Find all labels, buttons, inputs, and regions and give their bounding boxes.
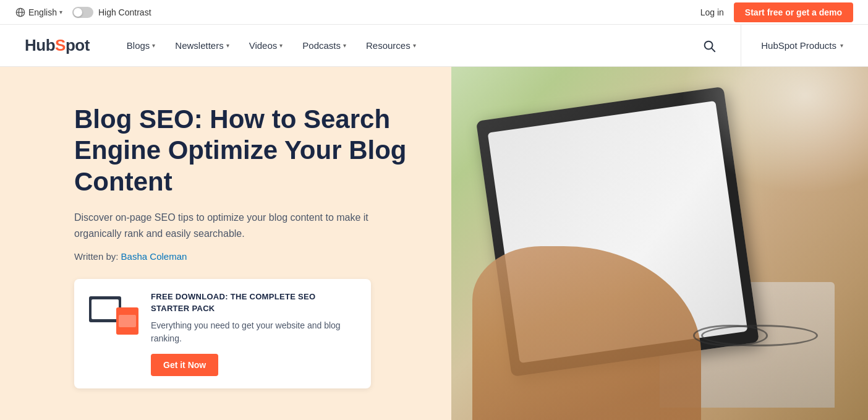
orange-card-shape [116, 307, 138, 335]
top-bar-right: Log in Start free or get a demo [700, 2, 853, 22]
written-by: Written by: Basha Coleman [74, 251, 414, 262]
written-by-label: Written by: [74, 251, 118, 262]
high-contrast-toggle[interactable]: High Contrast [72, 7, 151, 18]
nav-resources-label: Resources [366, 40, 411, 51]
logo[interactable]: HubSpot [25, 36, 90, 55]
videos-chevron-icon: ▾ [279, 42, 283, 49]
orange-screen-shape [119, 315, 136, 327]
get-it-now-button[interactable]: Get it Now [151, 354, 218, 376]
start-free-button[interactable]: Start free or get a demo [734, 2, 853, 22]
glasses-shape-2 [693, 325, 768, 346]
top-bar: English ▾ High Contrast Log in Start fre… [0, 0, 868, 25]
podcasts-chevron-icon: ▾ [343, 42, 346, 49]
login-link[interactable]: Log in [700, 7, 724, 17]
download-icon [89, 291, 138, 335]
hero-title: Blog SEO: How to Search Engine Optimize … [74, 104, 414, 197]
nav-divider [741, 25, 741, 67]
hero-content: Blog SEO: How to Search Engine Optimize … [0, 67, 451, 420]
blogs-chevron-icon: ▾ [152, 42, 155, 49]
nav-links: Blogs ▾ Newsletters ▾ Videos ▾ Podcasts … [119, 35, 423, 56]
hero-image [451, 67, 868, 420]
nav-newsletters[interactable]: Newsletters ▾ [168, 35, 236, 56]
hubspot-products-label: HubSpot Products [761, 40, 836, 51]
hero-subtitle: Discover on-page SEO tips to optimize yo… [74, 210, 371, 241]
nav-blogs-label: Blogs [127, 40, 150, 51]
nav-left: HubSpot Blogs ▾ Newsletters ▾ Videos ▾ P… [25, 35, 697, 56]
logo-text: HubSpot [25, 36, 90, 55]
globe-icon [15, 7, 26, 18]
hero-photo [451, 67, 868, 420]
resources-chevron-icon: ▾ [413, 42, 416, 49]
toggle-switch[interactable] [72, 7, 93, 18]
nav-newsletters-label: Newsletters [175, 40, 223, 51]
author-link[interactable]: Basha Coleman [121, 251, 187, 262]
nav-videos[interactable]: Videos ▾ [242, 35, 291, 56]
nav-right: HubSpot Products ▾ [697, 25, 843, 67]
svg-line-4 [712, 48, 715, 51]
nav-blogs[interactable]: Blogs ▾ [119, 35, 163, 56]
screen-shape [91, 299, 119, 319]
nav-resources[interactable]: Resources ▾ [359, 35, 423, 56]
nav-videos-label: Videos [249, 40, 278, 51]
language-label: English [28, 7, 57, 17]
language-selector[interactable]: English ▾ [15, 7, 62, 18]
nav-podcasts[interactable]: Podcasts ▾ [295, 35, 354, 56]
high-contrast-label: High Contrast [98, 7, 151, 17]
hero-section: Blog SEO: How to Search Engine Optimize … [0, 67, 868, 420]
download-title: FREE DOWNLOAD: THE COMPLETE SEO STARTER … [151, 291, 356, 314]
download-card: FREE DOWNLOAD: THE COMPLETE SEO STARTER … [74, 279, 371, 388]
download-desc: Everything you need to get your website … [151, 319, 356, 345]
download-info: FREE DOWNLOAD: THE COMPLETE SEO STARTER … [151, 291, 356, 375]
main-nav: HubSpot Blogs ▾ Newsletters ▾ Videos ▾ P… [0, 25, 868, 67]
nav-podcasts-label: Podcasts [302, 40, 341, 51]
hubspot-products-button[interactable]: HubSpot Products ▾ [761, 40, 843, 51]
language-chevron-icon: ▾ [59, 9, 62, 15]
top-bar-left: English ▾ High Contrast [15, 7, 151, 18]
products-chevron-icon: ▾ [840, 42, 843, 49]
light-overlay [660, 67, 868, 210]
newsletters-chevron-icon: ▾ [226, 42, 229, 49]
logo-dot: S [55, 36, 66, 54]
seo-pack-icon [89, 291, 138, 335]
search-button[interactable] [697, 34, 721, 58]
